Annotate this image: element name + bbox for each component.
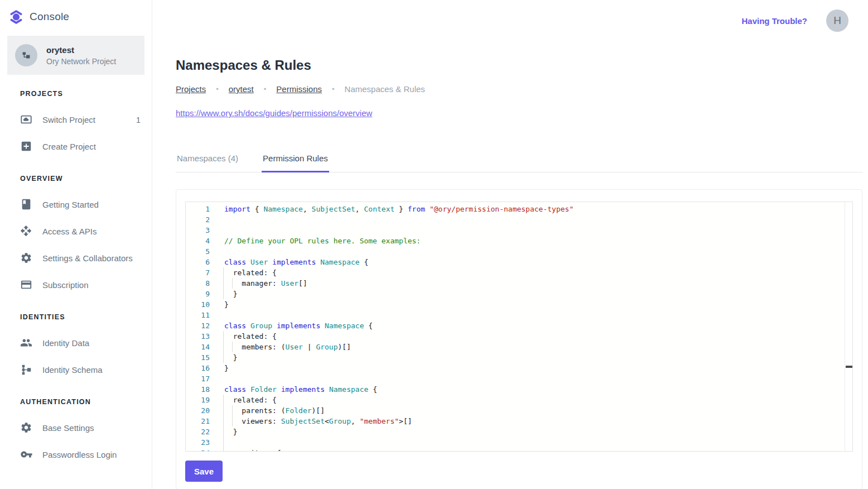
having-trouble-link[interactable]: Having Trouble? xyxy=(741,16,807,26)
project-type: Ory Network Project xyxy=(46,57,116,66)
code-line[interactable] xyxy=(224,225,852,236)
sidebar-item-passwordless-login[interactable]: Passwordless Login xyxy=(0,441,152,468)
sidebar: Console orytest Ory Network Project PROJ… xyxy=(0,0,152,489)
line-number: 23 xyxy=(186,437,213,448)
editor-gutter: 123456789101112131415161718192021222324 xyxy=(186,202,213,451)
indent-guide xyxy=(223,416,224,426)
gear-icon xyxy=(20,252,32,264)
sidebar-item-access-apis[interactable]: Access & APIs xyxy=(0,218,152,244)
code-line[interactable]: related: { xyxy=(224,395,852,405)
docs-link[interactable]: https://www.ory.sh/docs/guides/permissio… xyxy=(176,108,372,118)
line-number: 20 xyxy=(186,405,213,416)
app-root: Console orytest Ory Network Project PROJ… xyxy=(0,0,868,489)
indent-guide xyxy=(223,448,224,452)
sidebar-section-projects: PROJECTS xyxy=(0,82,152,106)
sidebar-item-getting-started[interactable]: Getting Started xyxy=(0,191,152,218)
line-number: 15 xyxy=(186,352,213,363)
topbar: Having Trouble? H xyxy=(152,0,868,32)
editor-scrollbar[interactable] xyxy=(845,202,852,451)
people-icon xyxy=(20,337,32,349)
line-number: 16 xyxy=(186,363,213,373)
cloud-project-icon xyxy=(20,113,32,126)
code-line[interactable]: } xyxy=(224,363,852,373)
line-number: 11 xyxy=(186,310,213,320)
plus-square-icon xyxy=(20,140,32,152)
breadcrumb-permissions[interactable]: Permissions xyxy=(276,84,322,94)
code-line[interactable]: parents: (Folder)[] xyxy=(224,405,852,416)
sidebar-item-label: Access & APIs xyxy=(42,227,97,236)
sidebar-item-switch-project[interactable]: Switch Project1 xyxy=(0,106,152,133)
page-title: Namespaces & Rules xyxy=(176,57,862,73)
brand-name: Console xyxy=(30,11,69,23)
code-line[interactable]: manager: User[] xyxy=(224,278,852,289)
breadcrumb-orytest[interactable]: orytest xyxy=(229,84,254,94)
code-line[interactable] xyxy=(224,246,852,257)
sidebar-item-subscription[interactable]: Subscription xyxy=(0,271,152,298)
code-line[interactable]: related: { xyxy=(224,331,852,342)
code-line[interactable]: class User implements Namespace { xyxy=(224,257,852,267)
code-line[interactable]: } xyxy=(224,352,852,363)
sidebar-item-label: Getting Started xyxy=(42,200,99,209)
line-number: 18 xyxy=(186,384,213,395)
sitemap-icon xyxy=(15,44,37,66)
indent-guide xyxy=(232,278,233,289)
directions-icon xyxy=(20,225,32,237)
schema-icon xyxy=(20,363,32,376)
line-number: 3 xyxy=(186,225,213,236)
code-line[interactable]: related: { xyxy=(224,267,852,278)
code-line[interactable] xyxy=(224,214,852,225)
tab-permission-rules[interactable]: Permission Rules xyxy=(262,146,329,172)
indent-guide xyxy=(223,405,224,416)
code-line[interactable]: } xyxy=(224,426,852,437)
main-area: Having Trouble? H Namespaces & Rules Pro… xyxy=(152,0,868,489)
code-line[interactable]: class Group implements Namespace { xyxy=(224,320,852,331)
code-editor[interactable]: 123456789101112131415161718192021222324 … xyxy=(185,202,853,452)
breadcrumb-projects[interactable]: Projects xyxy=(176,84,206,94)
code-line[interactable] xyxy=(224,437,852,448)
breadcrumb-namespaces-rules: Namespaces & Rules xyxy=(345,84,425,94)
code-line[interactable]: members: (User | Group)[] xyxy=(224,342,852,352)
tab-bar: Namespaces (4)Permission Rules xyxy=(176,146,862,172)
indent-guide xyxy=(232,416,233,426)
page-content: Namespaces & Rules Projects•orytest•Perm… xyxy=(152,57,868,489)
breadcrumb-separator: • xyxy=(264,85,267,93)
line-number: 19 xyxy=(186,395,213,405)
code-line[interactable] xyxy=(224,310,852,320)
code-line[interactable]: class Folder implements Namespace { xyxy=(224,384,852,395)
sidebar-sections: PROJECTSSwitch Project1Create ProjectOVE… xyxy=(0,82,152,468)
sidebar-item-label: Create Project xyxy=(42,142,96,151)
indent-guide xyxy=(223,437,224,448)
code-line[interactable]: import { Namespace, SubjectSet, Context … xyxy=(224,204,852,214)
sidebar-item-create-project[interactable]: Create Project xyxy=(0,133,152,160)
indent-guide xyxy=(223,267,224,278)
code-line[interactable]: } xyxy=(224,299,852,310)
sidebar-item-identity-data[interactable]: Identity Data xyxy=(0,329,152,356)
indent-guide xyxy=(223,426,224,437)
brand-logo-row[interactable]: Console xyxy=(0,0,152,31)
line-number: 9 xyxy=(186,289,213,299)
code-line[interactable]: viewers: SubjectSet<Group, "members">[] xyxy=(224,416,852,426)
code-line[interactable] xyxy=(224,373,852,384)
indent-guide xyxy=(232,405,233,416)
sidebar-item-label: Identity Data xyxy=(42,338,89,348)
line-number: 14 xyxy=(186,342,213,352)
sidebar-section-identities: IDENTITIES xyxy=(0,305,152,329)
user-avatar[interactable]: H xyxy=(826,9,848,32)
code-line[interactable]: } xyxy=(224,289,852,299)
line-number: 2 xyxy=(186,214,213,225)
tab-namespaces-4[interactable]: Namespaces (4) xyxy=(176,146,239,172)
project-selector[interactable]: orytest Ory Network Project xyxy=(7,36,144,75)
code-line[interactable]: permits = { xyxy=(224,448,852,452)
line-number: 22 xyxy=(186,426,213,437)
sidebar-item-identity-schema[interactable]: Identity Schema xyxy=(0,356,152,383)
ory-logo-icon xyxy=(9,9,23,24)
line-number: 17 xyxy=(186,373,213,384)
save-button[interactable]: Save xyxy=(185,461,223,482)
line-number: 8 xyxy=(186,278,213,289)
editor-code[interactable]: import { Namespace, SubjectSet, Context … xyxy=(213,202,852,451)
sidebar-item-settings-collaborators[interactable]: Settings & Collaborators xyxy=(0,244,152,271)
sidebar-item-base-settings[interactable]: Base Settings xyxy=(0,414,152,441)
sidebar-section-overview: OVERVIEW xyxy=(0,166,152,191)
line-number: 1 xyxy=(186,204,213,214)
code-line[interactable]: // Define your OPL rules here. Some exam… xyxy=(224,236,852,246)
